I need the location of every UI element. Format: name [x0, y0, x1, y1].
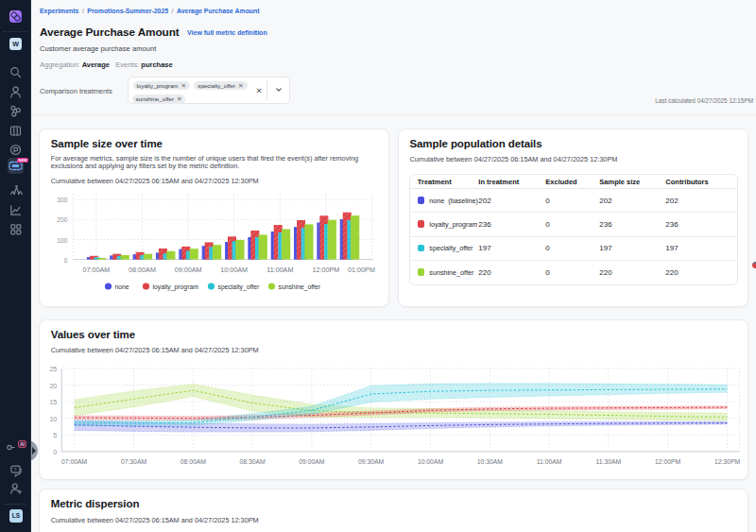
svg-text:12:00PM: 12:00PM	[655, 458, 681, 465]
svg-text:none: none	[115, 283, 129, 290]
svg-text:08:00AM: 08:00AM	[180, 458, 207, 465]
svg-text:0: 0	[53, 449, 57, 455]
svg-text:?: ?	[14, 467, 17, 472]
svg-text:08:30AM: 08:30AM	[239, 458, 266, 465]
svg-text:01:00PM: 01:00PM	[348, 266, 375, 274]
svg-text:08:00AM: 08:00AM	[129, 266, 156, 274]
svg-text:300: 300	[57, 197, 67, 203]
svg-text:5: 5	[53, 432, 57, 438]
svg-text:09:00AM: 09:00AM	[299, 458, 325, 465]
svg-text:loyalty_program: loyalty_program	[153, 283, 199, 291]
svg-text:10:00AM: 10:00AM	[220, 266, 248, 274]
svg-text:sunshine_offer: sunshine_offer	[279, 283, 321, 291]
svg-text:12:30PM: 12:30PM	[714, 458, 741, 465]
svg-text:10:30AM: 10:30AM	[477, 458, 504, 465]
svg-text:11:00AM: 11:00AM	[537, 458, 562, 465]
svg-text:10: 10	[49, 416, 57, 422]
svg-text:12:00PM: 12:00PM	[313, 266, 340, 274]
svg-text:25: 25	[49, 366, 57, 372]
svg-text:100: 100	[57, 236, 67, 243]
svg-text:07:30AM: 07:30AM	[121, 458, 147, 465]
svg-text:07:00AM: 07:00AM	[83, 266, 111, 274]
svg-text:11:30AM: 11:30AM	[596, 458, 622, 465]
svg-text:200: 200	[57, 216, 67, 223]
svg-text:07:00AM: 07:00AM	[61, 458, 88, 465]
svg-text:11:00AM: 11:00AM	[266, 266, 293, 274]
svg-text:20: 20	[49, 383, 57, 389]
svg-text:09:00AM: 09:00AM	[175, 266, 202, 274]
svg-text:10:00AM: 10:00AM	[418, 458, 444, 465]
svg-text:09:30AM: 09:30AM	[358, 458, 385, 465]
svg-text:15: 15	[49, 399, 57, 405]
svg-text:specialty_offer: specialty_offer	[218, 283, 260, 291]
svg-text:0: 0	[64, 257, 68, 264]
